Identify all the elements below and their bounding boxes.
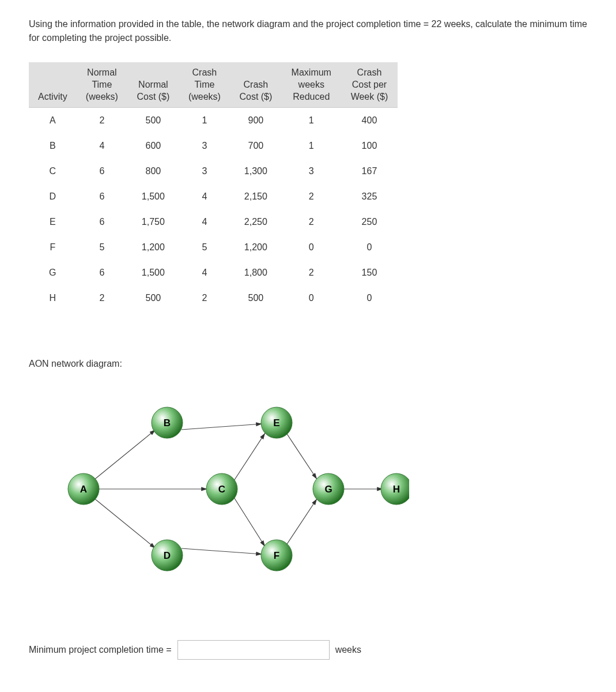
cell-normal_cost: 1,500 (127, 260, 179, 285)
cell-ccpw: 100 (341, 133, 398, 159)
cell-normal_time: 6 (77, 260, 128, 285)
svg-line-5 (233, 497, 265, 547)
svg-line-0 (93, 430, 156, 480)
svg-line-2 (93, 498, 156, 548)
cell-crash_time: 5 (179, 235, 230, 260)
cell-crash_time: 4 (179, 260, 230, 285)
node-a: A (68, 473, 99, 505)
cell-crash_cost: 500 (230, 285, 282, 311)
node-c: C (206, 473, 237, 505)
cell-normal_time: 5 (77, 235, 128, 260)
cell-max_reduced: 2 (282, 184, 341, 209)
cell-max_reduced: 1 (282, 108, 341, 134)
cell-normal_cost: 500 (127, 108, 179, 134)
cell-activity: B (29, 133, 77, 159)
cell-normal_time: 4 (77, 133, 128, 159)
cell-activity: H (29, 285, 77, 311)
cell-normal_cost: 1,200 (127, 235, 179, 260)
table-row: D61,50042,1502325 (29, 184, 398, 209)
svg-line-3 (182, 424, 262, 430)
cell-normal_cost: 800 (127, 159, 179, 184)
cell-normal_cost: 500 (127, 285, 179, 311)
node-f: F (261, 540, 292, 571)
svg-line-4 (233, 433, 265, 482)
col-activity: Activity (29, 62, 77, 108)
node-h: H (381, 473, 409, 505)
cell-max_reduced: 1 (282, 133, 341, 159)
cell-ccpw: 325 (341, 184, 398, 209)
cell-ccpw: 400 (341, 108, 398, 134)
table-row: F51,20051,20000 (29, 235, 398, 260)
cell-crash_cost: 900 (230, 108, 282, 134)
col-crash-cost-per-week: CrashCost perWeek ($) (341, 62, 398, 108)
col-normal-time: NormalTime(weeks) (77, 62, 128, 108)
cell-max_reduced: 2 (282, 209, 341, 235)
cell-max_reduced: 2 (282, 260, 341, 285)
table-row: H2500250000 (29, 285, 398, 311)
cell-normal_time: 6 (77, 209, 128, 235)
table-row: E61,75042,2502250 (29, 209, 398, 235)
cell-normal_time: 6 (77, 159, 128, 184)
network-diagram: A B C D E F G H (52, 394, 587, 588)
cell-crash_cost: 2,250 (230, 209, 282, 235)
cell-crash_cost: 1,300 (230, 159, 282, 184)
svg-line-7 (285, 431, 317, 479)
svg-line-8 (285, 499, 317, 547)
col-crash-cost: CrashCost ($) (230, 62, 282, 108)
cell-max_reduced: 0 (282, 285, 341, 311)
svg-text:D: D (164, 550, 171, 561)
svg-text:A: A (80, 484, 87, 495)
cell-crash_time: 4 (179, 209, 230, 235)
cell-activity: F (29, 235, 77, 260)
svg-line-6 (182, 548, 262, 554)
cell-ccpw: 167 (341, 159, 398, 184)
col-crash-time: CrashTime(weeks) (179, 62, 230, 108)
answer-input[interactable] (177, 640, 330, 660)
svg-text:F: F (274, 550, 279, 561)
answer-unit: weeks (335, 643, 361, 657)
cell-normal_time: 2 (77, 285, 128, 311)
node-g: G (313, 473, 344, 505)
table-row: C680031,3003167 (29, 159, 398, 184)
cell-ccpw: 150 (341, 260, 398, 285)
svg-text:G: G (324, 484, 332, 495)
node-d: D (152, 540, 183, 571)
cell-activity: G (29, 260, 77, 285)
cell-crash_time: 3 (179, 133, 230, 159)
table-row: G61,50041,8002150 (29, 260, 398, 285)
table-row: A250019001400 (29, 108, 398, 134)
cell-normal_cost: 600 (127, 133, 179, 159)
node-e: E (261, 407, 292, 438)
cell-activity: C (29, 159, 77, 184)
svg-text:C: C (218, 484, 225, 495)
cell-crash_cost: 1,200 (230, 235, 282, 260)
cell-crash_time: 3 (179, 159, 230, 184)
col-normal-cost: NormalCost ($) (127, 62, 179, 108)
question-text: Using the information provided in the ta… (29, 17, 587, 45)
cell-max_reduced: 0 (282, 235, 341, 260)
activity-table: Activity NormalTime(weeks) NormalCost ($… (29, 62, 398, 311)
svg-text:E: E (273, 418, 279, 428)
cell-crash_time: 1 (179, 108, 230, 134)
svg-text:B: B (164, 418, 171, 428)
cell-normal_cost: 1,750 (127, 209, 179, 235)
cell-max_reduced: 3 (282, 159, 341, 184)
table-row: B460037001100 (29, 133, 398, 159)
cell-activity: D (29, 184, 77, 209)
cell-normal_cost: 1,500 (127, 184, 179, 209)
cell-crash_cost: 1,800 (230, 260, 282, 285)
svg-text:H: H (393, 484, 400, 495)
node-b: B (152, 407, 183, 438)
cell-normal_time: 2 (77, 108, 128, 134)
cell-ccpw: 0 (341, 235, 398, 260)
cell-normal_time: 6 (77, 184, 128, 209)
answer-label: Minimum project completion time = (29, 643, 172, 657)
cell-activity: E (29, 209, 77, 235)
cell-crash_cost: 700 (230, 133, 282, 159)
cell-activity: A (29, 108, 77, 134)
col-max-reduced: MaximumweeksReduced (282, 62, 341, 108)
cell-crash_time: 2 (179, 285, 230, 311)
diagram-title: AON network diagram: (29, 357, 587, 371)
cell-crash_time: 4 (179, 184, 230, 209)
cell-ccpw: 250 (341, 209, 398, 235)
